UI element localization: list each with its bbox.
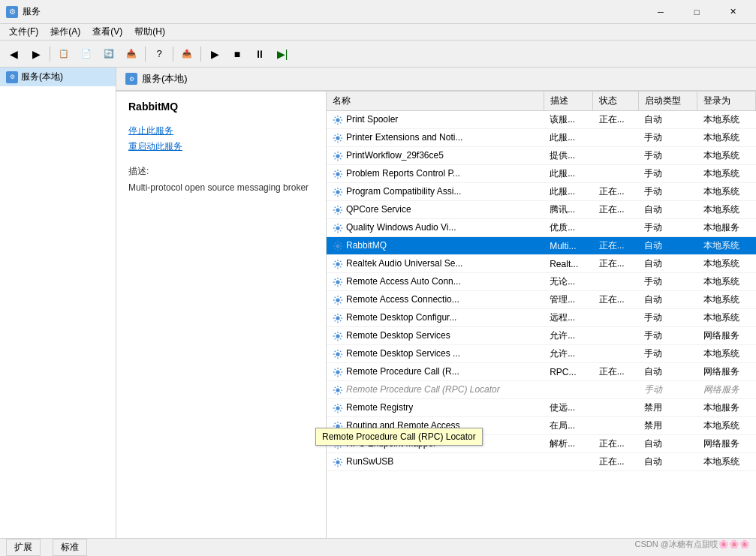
sidebar-icon: ⚙ bbox=[6, 71, 18, 83]
forward-button[interactable]: ▶ bbox=[26, 44, 47, 65]
table-row[interactable]: Remote Desktop Services ... 允许... 手动 本地系… bbox=[327, 345, 756, 363]
window-controls: ─ □ ✕ bbox=[643, 0, 750, 24]
cell-name: QPCore Service bbox=[327, 201, 544, 219]
table-row[interactable]: Remote Procedure Call (RPC) Locator 手动 网… bbox=[327, 381, 756, 399]
sidebar-item-local[interactable]: ⚙ 服务(本地) bbox=[0, 68, 116, 86]
toolbar-btn-1[interactable]: 📋 bbox=[53, 44, 74, 65]
cell-login: 本地服务 bbox=[697, 399, 756, 417]
table-row[interactable]: Remote Access Connectio... 管理... 正在... 自… bbox=[327, 291, 756, 309]
stop-button[interactable]: ■ bbox=[227, 44, 248, 65]
services-table: 名称 描述 状态 启动类型 登录为 Print Spooler 该服... 正在… bbox=[327, 92, 756, 471]
stop-service-link[interactable]: 停止此服务 bbox=[128, 125, 314, 137]
table-row[interactable]: Remote Procedure Call (R... RPC... 正在...… bbox=[327, 363, 756, 381]
cell-desc: 此服... bbox=[544, 165, 592, 183]
back-button[interactable]: ◀ bbox=[3, 44, 24, 65]
cell-status: 正在... bbox=[593, 183, 639, 201]
cell-name: Problem Reports Control P... bbox=[327, 165, 544, 183]
table-row[interactable]: Problem Reports Control P... 此服... 手动 本地… bbox=[327, 165, 756, 183]
toolbar-sep-3 bbox=[173, 47, 173, 62]
svg-point-5 bbox=[336, 208, 339, 212]
svg-point-19 bbox=[336, 460, 339, 464]
cell-name: Remote Desktop Services ... bbox=[327, 345, 544, 363]
cell-status: 正在... bbox=[593, 111, 639, 129]
close-button[interactable]: ✕ bbox=[715, 0, 750, 24]
pause-button[interactable]: ⏸ bbox=[249, 44, 270, 65]
cell-name: Print Spooler bbox=[327, 111, 544, 129]
svg-point-9 bbox=[336, 280, 339, 284]
table-row[interactable]: RunSwUSB 正在... 自动 本地系统 bbox=[327, 453, 756, 471]
panel-header-title: 服务(本地) bbox=[142, 72, 188, 86]
cell-startup: 自动 bbox=[638, 255, 697, 273]
table-row[interactable]: Remote Registry 使远... 禁用 本地服务 bbox=[327, 399, 756, 417]
table-row[interactable]: Quality Windows Audio Vi... 优质... 手动 本地服… bbox=[327, 219, 756, 237]
table-row[interactable]: Print Spooler 该服... 正在... 自动 本地系统 bbox=[327, 111, 756, 129]
cell-desc: Realt... bbox=[544, 255, 592, 273]
table-row[interactable]: Remote Desktop Configur... 远程... 手动 本地系统 bbox=[327, 309, 756, 327]
cell-login: 网络服务 bbox=[697, 327, 756, 345]
cell-login: 本地系统 bbox=[697, 345, 756, 363]
svg-point-11 bbox=[336, 316, 339, 320]
toolbar-btn-4[interactable]: 📥 bbox=[121, 44, 142, 65]
cell-login: 本地系统 bbox=[697, 291, 756, 309]
menu-help[interactable]: 帮助(H) bbox=[128, 24, 171, 40]
cell-login: 本地系统 bbox=[697, 237, 756, 255]
sidebar: ⚙ 服务(本地) bbox=[0, 68, 116, 538]
menu-file[interactable]: 文件(F) bbox=[3, 24, 44, 40]
menu-view[interactable]: 查看(V) bbox=[86, 24, 128, 40]
menu-bar: 文件(F) 操作(A) 查看(V) 帮助(H) bbox=[0, 24, 756, 41]
panel-body: RabbitMQ 停止此服务 重启动此服务 描述: Multi-protocol… bbox=[116, 92, 756, 538]
cell-name: RabbitMQ bbox=[327, 237, 544, 255]
table-row[interactable]: RabbitMQ Multi... 正在... 自动 本地系统 bbox=[327, 237, 756, 255]
col-startup[interactable]: 启动类型 bbox=[638, 92, 697, 111]
col-login[interactable]: 登录为 bbox=[697, 92, 756, 111]
toolbar-btn-5[interactable]: 📤 bbox=[176, 44, 197, 65]
cell-name: Remote Access Connectio... bbox=[327, 291, 544, 309]
cell-status: 正在... bbox=[593, 201, 639, 219]
table-row[interactable]: Remote Access Auto Conn... 无论... 手动 本地系统 bbox=[327, 273, 756, 291]
cell-login: 本地系统 bbox=[697, 111, 756, 129]
table-row[interactable]: Program Compatibility Assi... 此服... 正在..… bbox=[327, 183, 756, 201]
col-name[interactable]: 名称 bbox=[327, 92, 544, 111]
svg-point-14 bbox=[336, 370, 339, 374]
cell-login: 网络服务 bbox=[697, 435, 756, 453]
menu-action[interactable]: 操作(A) bbox=[44, 24, 86, 40]
cell-status bbox=[593, 345, 639, 363]
table-row[interactable]: Realtek Audio Universal Se... Realt... 正… bbox=[327, 255, 756, 273]
cell-startup: 手动 bbox=[638, 309, 697, 327]
cell-desc: 优质... bbox=[544, 219, 592, 237]
table-row[interactable]: Printer Extensions and Noti... 此服... 手动 … bbox=[327, 129, 756, 147]
cell-startup: 自动 bbox=[638, 363, 697, 381]
table-row[interactable]: QPCore Service 腾讯... 正在... 自动 本地系统 bbox=[327, 201, 756, 219]
col-status[interactable]: 状态 bbox=[593, 92, 639, 111]
cell-status: 正在... bbox=[593, 435, 639, 453]
col-desc[interactable]: 描述 bbox=[544, 92, 592, 111]
play-button[interactable]: ▶ bbox=[204, 44, 225, 65]
cell-startup: 禁用 bbox=[638, 399, 697, 417]
minimize-button[interactable]: ─ bbox=[643, 0, 678, 24]
maximize-button[interactable]: □ bbox=[679, 0, 714, 24]
toolbar-btn-3[interactable]: 🔄 bbox=[98, 44, 119, 65]
cell-login: 本地系统 bbox=[697, 273, 756, 291]
restart-button[interactable]: ▶| bbox=[272, 44, 293, 65]
svg-point-7 bbox=[336, 244, 339, 248]
table-row[interactable]: Remote Desktop Services 允许... 手动 网络服务 bbox=[327, 327, 756, 345]
cell-login: 本地系统 bbox=[697, 147, 756, 165]
cell-status: 正在... bbox=[593, 291, 639, 309]
cell-startup: 手动 bbox=[638, 183, 697, 201]
svg-point-4 bbox=[336, 190, 339, 194]
cell-desc: 解析... bbox=[544, 435, 592, 453]
cell-status bbox=[593, 219, 639, 237]
help-button[interactable]: ? bbox=[149, 44, 170, 65]
info-panel: RabbitMQ 停止此服务 重启动此服务 描述: Multi-protocol… bbox=[116, 92, 327, 538]
table-row[interactable]: PrintWorkflow_29f36ce5 提供... 手动 本地系统 bbox=[327, 147, 756, 165]
cell-desc: 允许... bbox=[544, 327, 592, 345]
tab-standard[interactable]: 标准 bbox=[53, 539, 87, 556]
toolbar-btn-2[interactable]: 📄 bbox=[76, 44, 97, 65]
panel-header-icon: ⚙ bbox=[125, 73, 137, 85]
cell-name: Remote Access Auto Conn... bbox=[327, 273, 544, 291]
services-container[interactable]: 名称 描述 状态 启动类型 登录为 Print Spooler 该服... 正在… bbox=[327, 92, 756, 538]
restart-service-link[interactable]: 重启动此服务 bbox=[128, 140, 314, 153]
cell-name: Program Compatibility Assi... bbox=[327, 183, 544, 201]
svg-point-2 bbox=[336, 154, 339, 158]
tab-expand[interactable]: 扩展 bbox=[6, 539, 41, 556]
